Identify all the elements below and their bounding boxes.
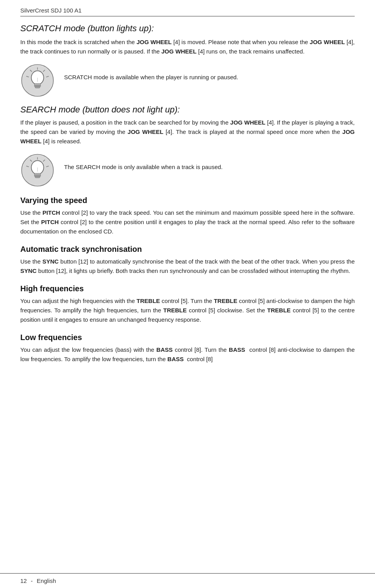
header-bar: SilverCrest SDJ 100 A1 <box>20 7 355 16</box>
footer-divider: - <box>29 577 34 584</box>
low-freq-heading: Low frequencies <box>20 333 355 342</box>
svg-rect-17 <box>35 176 40 178</box>
page-container: SilverCrest SDJ 100 A1 SCRATCH mode (but… <box>0 0 375 390</box>
search-info-text: The SEARCH mode is only available when a… <box>64 153 355 172</box>
high-freq-heading: High frequencies <box>20 284 355 293</box>
scratch-info-text: SCRATCH mode is available when the playe… <box>64 63 355 82</box>
footer-page-number: 12 <box>20 577 27 584</box>
header-title: SilverCrest SDJ 100 A1 <box>20 7 82 14</box>
low-freq-para: You can adjust the low frequencies (bass… <box>20 345 355 364</box>
search-info-row: The SEARCH mode is only available when a… <box>20 153 355 187</box>
scratch-info-row: SCRATCH mode is available when the playe… <box>20 63 355 98</box>
auto-sync-para: Use the SYNC button [12] to automaticall… <box>20 257 355 276</box>
svg-point-2 <box>31 71 44 84</box>
auto-sync-heading: Automatic track synchronisation <box>20 245 355 254</box>
varying-speed-heading: Varying the speed <box>20 196 355 205</box>
svg-rect-15 <box>34 173 41 175</box>
search-heading: SEARCH mode (button does not light up): <box>20 105 355 115</box>
scratch-lightbulb-icon <box>20 63 55 98</box>
footer-bar: 12 - English <box>0 573 375 588</box>
search-lightbulb-icon <box>20 153 55 187</box>
svg-rect-4 <box>34 85 41 87</box>
search-para1: If the player is paused, a position in t… <box>20 118 355 146</box>
footer-language: English <box>37 577 56 584</box>
high-freq-para: You can adjust the high frequencies with… <box>20 296 355 324</box>
scratch-heading: SCRATCH mode (button lights up): <box>20 23 355 34</box>
svg-point-14 <box>31 160 44 174</box>
svg-rect-16 <box>34 175 41 176</box>
varying-speed-para: Use the PITCH control [2] to vary the tr… <box>20 208 355 236</box>
svg-rect-3 <box>34 84 41 85</box>
svg-rect-5 <box>35 87 40 88</box>
scratch-para1: In this mode the track is scratched when… <box>20 37 355 56</box>
